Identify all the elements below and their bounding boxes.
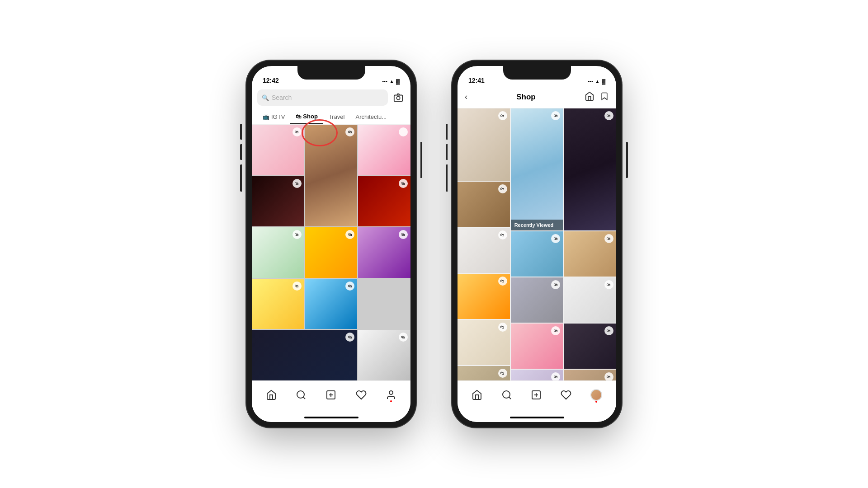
- shop-badge-s5: 🛍: [498, 323, 507, 332]
- tab-igtv[interactable]: 📺 IGTV: [257, 109, 290, 124]
- status-time-2: 12:41: [468, 77, 485, 84]
- bottom-nav-2: [458, 380, 616, 413]
- grid-item-10[interactable]: 🛍: [252, 330, 357, 380]
- wifi-icon-2: ▲: [595, 79, 600, 84]
- shop-item-12[interactable]: 🛍: [564, 108, 616, 230]
- shop-item-7[interactable]: Recently Viewed 🛍: [511, 108, 563, 230]
- tab-travel[interactable]: Travel: [323, 109, 350, 124]
- svg-point-2: [297, 391, 304, 398]
- nav-profile-1[interactable]: [386, 389, 396, 400]
- grid-item-2-tall[interactable]: 🛍: [305, 125, 358, 226]
- recently-viewed-label: Recently Viewed: [511, 220, 563, 230]
- shop-badge-4: 🛍: [399, 179, 408, 188]
- shop-badge-s14: 🛍: [604, 280, 613, 289]
- grid-item-3[interactable]: 🛍: [252, 176, 304, 227]
- grid-item-8[interactable]: 🛍: [252, 279, 304, 329]
- grid-item-5[interactable]: 🛍: [252, 227, 304, 278]
- shop-item-10[interactable]: 🛍: [511, 324, 563, 369]
- power-btn: [420, 142, 422, 178]
- svg-point-1: [396, 96, 400, 99]
- grid-item-9[interactable]: 🛍: [305, 279, 358, 329]
- shop-badge-s13: 🛍: [604, 234, 613, 243]
- bottom-nav-1: [252, 380, 410, 413]
- home-bar-2: [510, 417, 564, 418]
- shop-item-16[interactable]: 🛍: [564, 370, 616, 380]
- shop-item-9[interactable]: 🛍: [511, 277, 563, 323]
- search-bar[interactable]: 🔍 Search: [257, 89, 388, 106]
- shop-page-title: Shop: [516, 93, 536, 102]
- shop-item-8[interactable]: 🛍: [511, 231, 563, 277]
- nav-profile-2[interactable]: [590, 389, 602, 401]
- shop-item-11[interactable]: 🛍: [511, 370, 563, 380]
- shop-item-4[interactable]: 🛍: [458, 274, 510, 319]
- grid-item-4[interactable]: 🛍: [358, 176, 410, 227]
- tab-igtv-label: IGTV: [271, 113, 285, 120]
- grid-item-1[interactable]: 🛍: [252, 125, 304, 175]
- nav-add-2[interactable]: [531, 389, 542, 400]
- shop-badge-s10: 🛍: [551, 326, 560, 335]
- category-tabs: 📺 IGTV 🛍 Shop Travel Architectu...: [252, 109, 410, 125]
- volume-up-btn: [240, 144, 242, 160]
- nav-likes-1[interactable]: [356, 389, 367, 400]
- search-icon: 🔍: [262, 94, 269, 101]
- status-time-1: 12:42: [263, 77, 279, 84]
- shop-item-5[interactable]: 🛍: [458, 320, 510, 365]
- shop-item-6[interactable]: 🛍: [458, 366, 510, 380]
- explore-grid: 🛍 🛍 🛍: [252, 125, 410, 380]
- shop-item-2[interactable]: 🛍: [458, 182, 510, 227]
- nav-home-2[interactable]: [472, 389, 482, 400]
- shop-tab-icon: 🛍: [296, 113, 301, 120]
- nav-add-1[interactable]: [326, 389, 336, 400]
- battery-icon-2: ▓: [602, 79, 605, 84]
- nav-search-1[interactable]: [296, 389, 307, 400]
- phone-2: 12:41 ▪▪▪ ▲ ▓ ‹ Shop: [452, 61, 622, 427]
- grid-item-6[interactable]: 🛍: [305, 227, 358, 278]
- avatar: [590, 389, 602, 401]
- shop-badge-9: 🛍: [345, 282, 354, 291]
- home-indicator-2: [458, 413, 616, 422]
- shop-badge-s8: 🛍: [551, 234, 560, 243]
- shop-badge-5: 🛍: [292, 230, 302, 239]
- camera-button[interactable]: [392, 91, 405, 104]
- shop-grid: 🛍 🛍 🛍 🛍: [458, 108, 616, 380]
- shop-badge-s2: 🛍: [498, 184, 507, 193]
- home-indicator-1: [252, 413, 410, 422]
- shop-item-14[interactable]: 🛍: [564, 277, 616, 323]
- svg-point-8: [503, 391, 510, 398]
- shop-item-1[interactable]: 🛍: [458, 108, 510, 181]
- store-icon[interactable]: [585, 91, 594, 103]
- search-input[interactable]: Search: [272, 94, 292, 101]
- back-button[interactable]: ‹: [465, 92, 467, 102]
- shop-item-13[interactable]: 🛍: [564, 231, 616, 277]
- signal-icon: ▪▪▪: [382, 79, 387, 84]
- volume-mute-btn-2: [446, 124, 448, 140]
- battery-icon: ▓: [396, 79, 400, 84]
- svg-point-7: [389, 391, 393, 394]
- svg-line-3: [303, 397, 305, 399]
- grid-item-7[interactable]: 🛍: [358, 227, 410, 278]
- grid-item-11[interactable]: 🛍: [358, 330, 410, 380]
- shop-item-15[interactable]: 🛍: [564, 324, 616, 369]
- tab-architecture-label: Architectu...: [355, 113, 387, 120]
- shop-header-icons: [585, 91, 609, 103]
- shop-badge-s3: 🛍: [498, 230, 507, 239]
- shop-badge-1: 🛍: [292, 127, 302, 136]
- shop-badge-s6: 🛍: [498, 369, 507, 378]
- phone-frame-1: 12:42 ▪▪▪ ▲ ▓ 🔍 Search: [246, 61, 416, 427]
- shop-badge-s11: 🛍: [551, 372, 560, 380]
- nav-home-1[interactable]: [266, 389, 277, 400]
- shop-badge-s4: 🛍: [498, 277, 507, 286]
- shop-badge-s9: 🛍: [551, 280, 560, 289]
- bookmark-icon[interactable]: [600, 91, 609, 103]
- shop-item-3[interactable]: 🛍: [458, 228, 510, 273]
- tab-architecture[interactable]: Architectu...: [350, 109, 392, 124]
- nav-likes-2[interactable]: [561, 389, 571, 400]
- nav-search-2[interactable]: [501, 389, 512, 400]
- shop-badge-s15: 🛍: [604, 326, 613, 335]
- grid-item-1b[interactable]: [358, 125, 410, 175]
- volume-down-btn-2: [446, 164, 448, 192]
- volume-up-btn-2: [446, 144, 448, 160]
- signal-icon-2: ▪▪▪: [588, 79, 593, 84]
- status-icons-2: ▪▪▪ ▲ ▓: [588, 79, 605, 84]
- tab-shop[interactable]: 🛍 Shop: [290, 109, 323, 124]
